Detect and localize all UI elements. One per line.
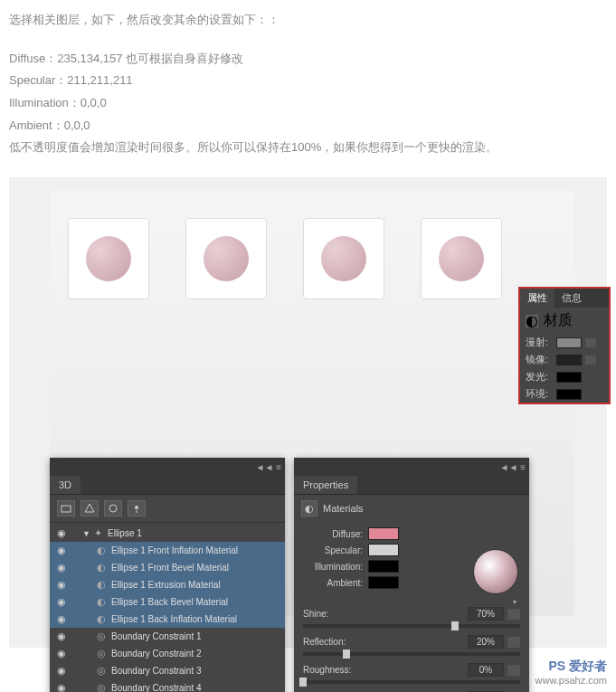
panel-chinese-annotation: 属性 信息 ◐ 材质 漫射: 镜像: 发光: 环境:	[518, 287, 611, 404]
material-icon: ◐	[95, 562, 108, 574]
material-icon: ◐	[95, 579, 108, 592]
visibility-icon[interactable]: ◉	[53, 545, 70, 556]
visibility-icon[interactable]: ◉	[53, 613, 70, 625]
visibility-icon[interactable]: ◉	[53, 665, 70, 677]
shine-value[interactable]: 70%	[468, 607, 504, 621]
folder-icon[interactable]	[507, 637, 520, 648]
tab-info-zh[interactable]: 信息	[554, 289, 589, 308]
panel-props-header[interactable]: ◄◄ ≡	[294, 458, 529, 476]
tab-properties[interactable]: Properties	[294, 476, 357, 494]
specular-swatch[interactable]	[368, 544, 399, 556]
filter-mesh-icon[interactable]	[81, 500, 99, 517]
section-title-zh: 材质	[544, 311, 573, 330]
visibility-icon[interactable]: ◉	[53, 527, 70, 539]
tree-material[interactable]: ◉◐Ellipse 1 Extrusion Material	[50, 576, 285, 593]
svg-point-2	[109, 505, 117, 512]
article-diffuse: Diffuse：235,134,157 也可根据自身喜好修改	[9, 48, 607, 71]
mesh-icon: ✦	[91, 527, 104, 540]
illum-label-zh: 发光:	[526, 370, 556, 384]
ambient-swatch-zh[interactable]	[556, 389, 582, 400]
visibility-icon[interactable]: ◉	[53, 562, 70, 574]
illum-swatch-zh[interactable]	[556, 372, 582, 383]
visibility-icon[interactable]: ◉	[53, 630, 70, 642]
roughness-slider[interactable]	[303, 680, 520, 684]
tree-label: Ellipse 1 Front Inflation Material	[111, 545, 281, 555]
panel-3d: ◄◄ ≡ 3D ◉ ▼ ✦ Ellipse 1 ◉◐Ellipse 1 Fron…	[50, 458, 285, 692]
reflection-slider[interactable]	[303, 652, 520, 656]
folder-icon[interactable]	[507, 609, 520, 620]
tree-material[interactable]: ◉◐Ellipse 1 Front Bevel Material	[50, 559, 285, 576]
constraint-icon: ◎	[95, 665, 108, 678]
folder-icon[interactable]	[507, 665, 520, 676]
illumination-label: Illumination:	[303, 562, 368, 572]
svg-point-3	[135, 506, 138, 509]
dropdown-icon[interactable]: ▾	[513, 598, 516, 606]
roughness-label: Roughness:	[303, 665, 351, 675]
roughness-value[interactable]: 0%	[468, 663, 504, 677]
3d-filter-icons	[50, 495, 285, 523]
watermark-url: www.psahz.com	[535, 675, 607, 686]
constraint-icon: ◎	[95, 682, 108, 692]
article-illumination: Illumination：0,0,0	[9, 92, 607, 115]
reflection-value[interactable]: 20%	[468, 635, 504, 649]
shine-slider[interactable]	[303, 624, 520, 628]
material-preview[interactable]	[473, 549, 518, 594]
svg-rect-0	[62, 506, 71, 512]
visibility-icon[interactable]: ◉	[53, 596, 70, 608]
visibility-icon[interactable]: ◉	[53, 648, 70, 659]
ambient-swatch[interactable]	[368, 576, 399, 589]
constraint-icon: ◎	[95, 648, 108, 660]
tab-properties-zh[interactable]: 属性	[520, 289, 554, 308]
tree-label: Boundary Constraint 1	[111, 631, 281, 641]
materials-icon: ◐	[301, 500, 317, 517]
folder-icon[interactable]	[585, 338, 596, 347]
section-title: Materials	[323, 503, 364, 514]
reflection-label: Reflection:	[303, 637, 346, 647]
specular-label: Specular:	[303, 545, 368, 555]
illumination-swatch[interactable]	[368, 560, 399, 573]
constraint-icon: ◎	[95, 630, 108, 643]
screenshot-area: ◄◄ ≡ 3D ◉ ▼ ✦ Ellipse 1 ◉◐Ellipse 1 Fron…	[9, 177, 607, 648]
tree-label: Ellipse 1	[108, 528, 281, 538]
svg-marker-1	[85, 504, 94, 512]
folder-icon[interactable]	[585, 355, 596, 365]
tab-3d[interactable]: 3D	[50, 476, 81, 494]
ambient-label-zh: 环境:	[526, 387, 556, 401]
diffuse-swatch-zh[interactable]	[556, 337, 582, 348]
article-ambient: Ambient：0,0,0	[9, 115, 607, 137]
watermark-brand: PS 爱好者	[548, 659, 607, 673]
tree-material[interactable]: ◉◐Ellipse 1 Back Inflation Material	[50, 611, 285, 628]
tree-material[interactable]: ◉◐Ellipse 1 Back Bevel Material	[50, 593, 285, 611]
material-icon: ◐	[95, 596, 108, 609]
tree-root[interactable]: ◉ ▼ ✦ Ellipse 1	[50, 525, 285, 542]
filter-scene-icon[interactable]	[57, 500, 75, 517]
filter-material-icon[interactable]	[104, 500, 122, 517]
article-note: 低不透明度值会增加渲染时间很多。所以你可以保持在100%，如果你想得到一个更快的…	[9, 137, 607, 159]
specular-swatch-zh[interactable]	[556, 355, 582, 365]
article-line: 选择相关图层，如下，然后改变其余的设置如下：：	[9, 9, 607, 32]
panel-3d-header[interactable]: ◄◄ ≡	[50, 458, 285, 476]
tree-label: Ellipse 1 Back Bevel Material	[111, 597, 281, 607]
tree-constraint[interactable]: ◉◎Boundary Constraint 3	[50, 662, 285, 679]
panel-properties: ◄◄ ≡ Properties ◐ Materials ▾ Diffuse: S…	[294, 458, 529, 692]
tree-constraint[interactable]: ◉◎Boundary Constraint 2	[50, 645, 285, 662]
tree-label: Boundary Constraint 4	[111, 683, 281, 692]
tree-constraint[interactable]: ◉◎Boundary Constraint 4	[50, 679, 285, 692]
tree-constraint[interactable]: ◉◎Boundary Constraint 1	[50, 628, 285, 645]
3d-tree: ◉ ▼ ✦ Ellipse 1 ◉◐Ellipse 1 Front Inflat…	[50, 523, 285, 692]
ambient-label: Ambient:	[303, 578, 368, 588]
diffuse-swatch[interactable]	[368, 527, 399, 540]
visibility-icon[interactable]: ◉	[53, 682, 70, 692]
twisty-icon[interactable]: ▼	[82, 529, 91, 538]
tree-label: Ellipse 1 Extrusion Material	[111, 580, 281, 590]
materials-icon: ◐	[526, 315, 538, 327]
tree-material[interactable]: ◉◐Ellipse 1 Front Inflation Material	[50, 542, 285, 559]
collapse-icon[interactable]: ◄◄ ≡	[256, 462, 281, 472]
diffuse-label: Diffuse:	[303, 529, 368, 539]
collapse-icon[interactable]: ◄◄ ≡	[500, 462, 526, 472]
material-icon: ◐	[95, 545, 108, 557]
visibility-icon[interactable]: ◉	[53, 579, 70, 591]
watermark: PS 爱好者 www.psahz.com	[535, 658, 607, 687]
filter-light-icon[interactable]	[128, 500, 146, 517]
material-icon: ◐	[95, 613, 108, 626]
